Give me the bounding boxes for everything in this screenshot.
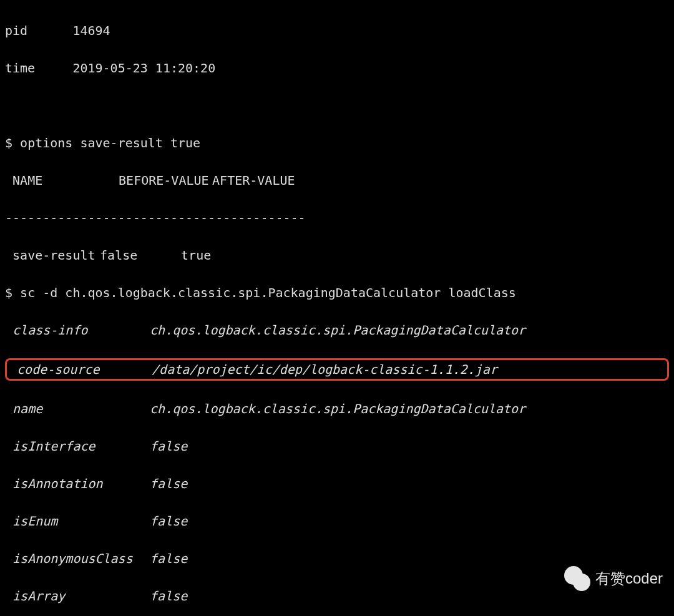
cmd-sc: sc -d ch.qos.logback.classic.spi.Packagi…	[20, 285, 516, 300]
wechat-icon	[564, 566, 592, 591]
code-source-row: code-source/data/project/ic/dep/logback-…	[5, 358, 669, 381]
terminal-output: pid 14694 time 2019-05-23 11:20:20 $ opt…	[0, 0, 674, 616]
cmd-options: options save-result true	[20, 135, 200, 150]
watermark-badge: 有赞coder	[564, 566, 663, 591]
